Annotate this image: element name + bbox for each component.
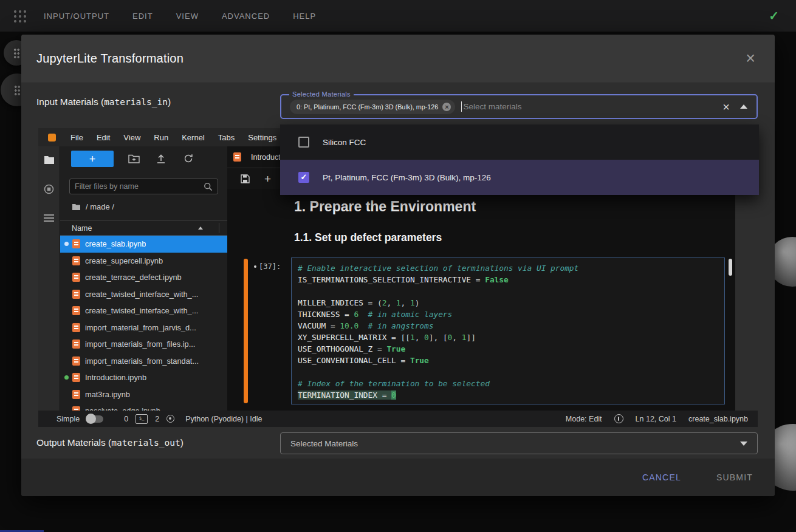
file-name: passivate_edge.ipynb bbox=[85, 406, 160, 411]
editor-mode[interactable]: Mode: Edit bbox=[566, 415, 602, 423]
sort-ascending-icon bbox=[198, 227, 203, 230]
input-materials-code: materials_in bbox=[104, 97, 168, 107]
new-folder-icon[interactable] bbox=[128, 154, 140, 163]
cancel-button[interactable]: CANCEL bbox=[639, 472, 685, 483]
output-materials-suffix: ) bbox=[180, 437, 184, 448]
cursor-position[interactable]: Ln 12, Col 1 bbox=[636, 415, 676, 423]
checkbox-unchecked-icon[interactable] bbox=[298, 137, 309, 148]
code-editor[interactable]: # Enable interactive selection of termin… bbox=[291, 257, 725, 404]
file-row[interactable]: create_terrace_defect.ipynb bbox=[60, 269, 227, 286]
filter-files-input[interactable]: Filter files by name bbox=[69, 179, 218, 194]
chip-remove-icon[interactable]: × bbox=[442, 103, 451, 111]
active-file-name: create_slab.ipynb bbox=[688, 415, 748, 423]
dropdown-option-silicon-fcc[interactable]: Silicon FCC bbox=[280, 124, 759, 160]
lab-menu-settings[interactable]: Settings bbox=[241, 133, 283, 142]
name-column-header: Name bbox=[72, 224, 92, 233]
file-name: Introduction.ipynb bbox=[85, 373, 146, 382]
jupyterlite-icon bbox=[48, 134, 56, 142]
output-materials-label: Output Materials (materials_out) bbox=[36, 437, 184, 448]
notebook-file-icon bbox=[72, 390, 80, 399]
breadcrumb-path: / made / bbox=[86, 202, 114, 211]
home-folder-icon bbox=[72, 203, 81, 211]
upload-icon[interactable] bbox=[156, 154, 166, 163]
menu-advanced[interactable]: ADVANCED bbox=[222, 12, 270, 21]
jupyterlite-transformation-dialog: JupyterLite Transformation × Input Mater… bbox=[21, 35, 775, 496]
file-row[interactable]: create_twisted_interface_with_... bbox=[60, 302, 227, 319]
materials-select-label: Selected Materials bbox=[289, 90, 354, 98]
breadcrumb[interactable]: / made / bbox=[72, 202, 114, 211]
clear-selection-icon[interactable]: × bbox=[722, 101, 730, 113]
lab-menu-view[interactable]: View bbox=[117, 133, 147, 142]
checkbox-checked-icon[interactable]: ✓ bbox=[298, 172, 309, 183]
file-row[interactable]: import_materials_from_files.ip... bbox=[60, 336, 227, 353]
lab-menu-run[interactable]: Run bbox=[147, 133, 175, 142]
menu-edit[interactable]: EDIT bbox=[132, 12, 153, 21]
file-name: import_materials_from_files.ip... bbox=[85, 339, 195, 349]
file-row[interactable]: create_twisted_interface_with_... bbox=[60, 286, 227, 303]
file-name: create_terrace_defect.ipynb bbox=[85, 273, 182, 282]
file-row[interactable]: import_materials_from_standat... bbox=[60, 353, 227, 370]
running-sessions-icon[interactable] bbox=[44, 184, 54, 194]
file-row[interactable]: passivate_edge.ipynb bbox=[60, 403, 227, 411]
lab-menu-tabs[interactable]: Tabs bbox=[211, 133, 241, 142]
file-name: create_twisted_interface_with_... bbox=[85, 306, 198, 315]
file-row[interactable]: import_material_from_jarvis_d... bbox=[60, 319, 227, 336]
kernel-status[interactable]: Python (Pyodide) | Idle bbox=[185, 415, 262, 423]
new-launcher-button[interactable]: + bbox=[71, 151, 114, 167]
notebook-file-icon bbox=[72, 306, 80, 315]
file-name: create_twisted_interface_with_... bbox=[85, 290, 198, 299]
top-menubar: INPUT/OUTPUT EDIT VIEW ADVANCED HELP ✓ bbox=[0, 0, 796, 32]
file-row[interactable]: create_supercell.ipynb bbox=[60, 253, 227, 270]
text-cursor bbox=[461, 101, 462, 112]
option-label: Silicon FCC bbox=[323, 138, 366, 147]
table-of-contents-icon[interactable] bbox=[44, 214, 54, 222]
dropdown-option-pt-platinum[interactable]: ✓ Pt, Platinum, FCC (Fm-3m) 3D (Bulk), m… bbox=[280, 160, 759, 195]
output-materials-code: materials_out bbox=[111, 438, 180, 448]
notification-icon[interactable] bbox=[614, 414, 623, 423]
input-materials-label: Input Materials (materials_in) bbox=[36, 97, 171, 107]
file-list-header[interactable]: Name bbox=[60, 220, 227, 236]
lab-menu-file[interactable]: File bbox=[64, 133, 90, 142]
input-materials-suffix: ) bbox=[168, 97, 171, 107]
save-icon[interactable] bbox=[241, 174, 250, 183]
terminal-icon[interactable]: $_ bbox=[136, 414, 148, 424]
file-browser-icon[interactable] bbox=[44, 155, 55, 165]
notebook-scrollbar-thumb[interactable] bbox=[729, 259, 732, 276]
cell-modified-dot bbox=[254, 265, 256, 268]
output-materials-select[interactable]: Selected Materials bbox=[280, 432, 758, 454]
notebook-file-icon bbox=[72, 323, 80, 332]
dialog-footer: CANCEL SUBMIT bbox=[21, 459, 775, 496]
kernel-sessions-icon[interactable] bbox=[166, 415, 174, 423]
menu-help[interactable]: HELP bbox=[293, 12, 316, 21]
file-row[interactable]: create_slab.ipynb bbox=[60, 236, 227, 253]
menu-view[interactable]: VIEW bbox=[176, 12, 199, 21]
input-materials-prefix: Input Materials ( bbox=[36, 97, 104, 107]
menu-input-output[interactable]: INPUT/OUTPUT bbox=[44, 12, 109, 21]
execution-prompt: [37]: bbox=[254, 262, 281, 271]
app-root: INPUT/OUTPUT EDIT VIEW ADVANCED HELP ✓ J… bbox=[0, 0, 796, 532]
notebook-file-icon bbox=[72, 256, 80, 265]
close-icon[interactable]: × bbox=[746, 50, 755, 67]
app-logo-icon[interactable] bbox=[12, 9, 27, 23]
materials-dropdown-menu: Silicon FCC ✓ Pt, Platinum, FCC (Fm-3m) … bbox=[280, 124, 759, 195]
cell-collapser[interactable] bbox=[244, 259, 248, 403]
file-row[interactable]: mat3ra.ipynb bbox=[60, 386, 227, 403]
file-name: create_slab.ipynb bbox=[85, 239, 146, 248]
lab-menu-kernel[interactable]: Kernel bbox=[175, 133, 211, 142]
output-select-value: Selected Materials bbox=[290, 439, 358, 448]
selected-material-chip[interactable]: 0: Pt, Platinum, FCC (Fm-3m) 3D (Bulk), … bbox=[290, 100, 455, 114]
file-row[interactable]: Introduction.ipynb bbox=[60, 369, 227, 386]
simple-mode-toggle[interactable] bbox=[87, 415, 103, 423]
notebook-file-icon bbox=[72, 356, 80, 366]
lab-menu-edit[interactable]: Edit bbox=[90, 133, 117, 142]
materials-select[interactable]: Selected Materials 0: Pt, Platinum, FCC … bbox=[280, 94, 758, 119]
notebook-heading-1: 1. Prepare the Environment bbox=[294, 199, 476, 215]
simple-mode-label: Simple bbox=[57, 415, 80, 423]
dropdown-closed-icon bbox=[740, 442, 747, 446]
insert-cell-icon[interactable]: + bbox=[264, 173, 271, 185]
dropdown-open-icon[interactable] bbox=[740, 104, 747, 109]
submit-button[interactable]: SUBMIT bbox=[713, 472, 757, 483]
notebook-file-icon bbox=[72, 239, 80, 248]
check-icon[interactable]: ✓ bbox=[769, 9, 779, 23]
refresh-icon[interactable] bbox=[184, 154, 193, 163]
